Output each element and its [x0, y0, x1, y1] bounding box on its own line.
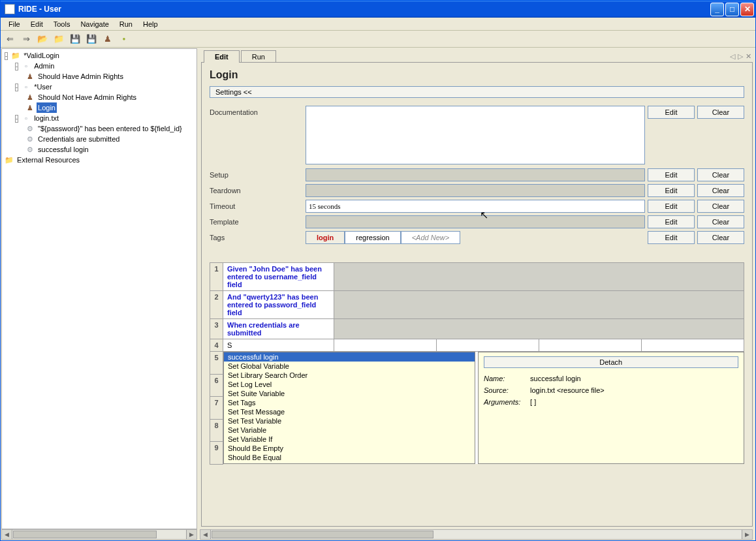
menu-edit[interactable]: Edit: [25, 19, 48, 29]
clear-button[interactable]: Clear: [697, 231, 744, 244]
tree-suite-user[interactable]: *User: [33, 82, 54, 92]
detach-button[interactable]: Detach: [484, 356, 738, 368]
clear-button[interactable]: Clear: [697, 106, 744, 119]
save-all-icon[interactable]: 💾: [85, 33, 98, 46]
autocomplete-item[interactable]: Should Be Empty: [224, 444, 475, 453]
edit-button[interactable]: Edit: [648, 168, 695, 181]
expander-icon[interactable]: -: [15, 84, 18, 91]
expander-icon[interactable]: -: [5, 52, 8, 60]
teardown-field[interactable]: [306, 184, 645, 197]
tree-keyword[interactable]: successful login: [37, 144, 90, 155]
close-button[interactable]: ✕: [740, 3, 754, 16]
tree-panel[interactable]: - 📁 *ValidLogin - ▫ Admin ♟: [1, 48, 197, 529]
autocomplete-item[interactable]: Should Be Equal: [224, 453, 475, 462]
clear-button[interactable]: Clear: [697, 184, 744, 197]
edit-button[interactable]: Edit: [648, 200, 695, 213]
tree-test[interactable]: Should Not Have Admin Rights: [37, 92, 138, 102]
minimize-button[interactable]: _: [710, 3, 724, 16]
tab-prev-icon[interactable]: ◁: [730, 52, 735, 61]
autocomplete-item[interactable]: Set Tags: [224, 398, 475, 407]
autocomplete-item[interactable]: successful login: [224, 352, 475, 362]
tree-test[interactable]: Should Have Admin Rights: [37, 71, 125, 82]
detail-source-label: Source:: [484, 386, 528, 394]
app-icon: [5, 4, 15, 14]
search-icon[interactable]: ●: [118, 33, 131, 46]
expander-icon[interactable]: -: [15, 115, 18, 123]
menu-help[interactable]: Help: [138, 19, 163, 29]
edit-button[interactable]: Edit: [648, 215, 695, 228]
menu-navigate[interactable]: Navigate: [75, 19, 114, 29]
tree-hscrollbar[interactable]: ◀ ▶: [1, 529, 197, 540]
back-icon[interactable]: ⇐: [3, 33, 16, 46]
forward-icon[interactable]: ⇒: [20, 33, 33, 46]
grid-cell-editing[interactable]: S: [223, 339, 334, 352]
tree-keyword[interactable]: "${password}" has been entered to ${fiel…: [37, 123, 183, 134]
tree-keyword[interactable]: Credentials are submitted: [37, 134, 121, 144]
scroll-left-icon[interactable]: ◀: [2, 530, 12, 539]
tag-regression[interactable]: regression: [345, 231, 400, 244]
clear-button[interactable]: Clear: [697, 215, 744, 228]
menu-run[interactable]: Run: [114, 19, 138, 29]
save-icon[interactable]: 💾: [69, 33, 82, 46]
open-folder-icon[interactable]: 📂: [36, 33, 49, 46]
tree-suite-admin[interactable]: Admin: [33, 61, 55, 71]
grid-cell[interactable]: [539, 339, 641, 352]
tree-external-resources[interactable]: External Resources: [16, 155, 81, 165]
file-icon: ▫: [22, 82, 31, 91]
clear-button[interactable]: Clear: [697, 168, 744, 181]
scroll-left-icon[interactable]: ◀: [200, 530, 211, 539]
tree-test-login[interactable]: Login: [37, 102, 57, 113]
timeout-field[interactable]: [306, 200, 645, 213]
titlebar[interactable]: RIDE - User _ □ ✕: [1, 1, 755, 18]
tab-run[interactable]: Run: [241, 50, 276, 63]
autocomplete-item[interactable]: Set Suite Variable: [224, 389, 475, 398]
autocomplete-item[interactable]: Set Variable If: [224, 435, 475, 444]
autocomplete-item[interactable]: Set Test Variable: [224, 416, 475, 425]
scroll-thumb[interactable]: [13, 531, 157, 538]
tag-add-new[interactable]: <Add New>: [401, 231, 460, 244]
autocomplete-item[interactable]: Set Log Level: [224, 380, 475, 389]
edit-button[interactable]: Edit: [648, 231, 695, 244]
settings-toggle-button[interactable]: Settings <<: [210, 86, 744, 98]
grid-hscrollbar[interactable]: ◀ ▶: [200, 529, 753, 540]
tree-root[interactable]: *ValidLogin: [22, 50, 61, 61]
grid-cell[interactable]: [436, 339, 539, 352]
row-number: 3: [210, 319, 223, 339]
tag-login[interactable]: login: [306, 231, 345, 244]
test-icon: ♟: [25, 72, 35, 81]
maximize-button[interactable]: □: [725, 3, 739, 16]
autocomplete-item[interactable]: Set Test Message: [224, 407, 475, 416]
open-dir-icon[interactable]: 📁: [52, 33, 65, 46]
scroll-thumb[interactable]: [212, 531, 433, 538]
autocomplete-list[interactable]: successful loginSet Global VariableSet L…: [223, 352, 475, 464]
steps-grid[interactable]: 1 Given "John Doe" has been entered to u…: [210, 262, 744, 465]
setup-field[interactable]: [306, 168, 645, 181]
row-number: 7: [210, 397, 223, 420]
template-field[interactable]: [306, 215, 645, 228]
expander-icon[interactable]: -: [15, 63, 18, 70]
grid-cell[interactable]: When credentials are submitted: [223, 319, 334, 339]
autocomplete-item[interactable]: Set Global Variable: [224, 362, 475, 371]
menu-tools[interactable]: Tools: [48, 19, 76, 29]
grid-cell[interactable]: Given "John Doe" has been entered to use…: [223, 263, 334, 291]
tab-edit[interactable]: Edit: [204, 50, 240, 63]
grid-cell[interactable]: And "qwerty123" has been entered to pass…: [223, 291, 334, 319]
scroll-right-icon[interactable]: ▶: [742, 530, 752, 539]
menu-file[interactable]: File: [3, 19, 25, 29]
scroll-right-icon[interactable]: ▶: [186, 530, 197, 539]
tab-next-icon[interactable]: ▷: [738, 52, 743, 61]
row-number: 8: [210, 419, 223, 442]
grid-cell[interactable]: [334, 339, 437, 352]
documentation-field[interactable]: [306, 106, 645, 164]
robot-icon[interactable]: ♟: [101, 33, 114, 46]
autocomplete-item[interactable]: Should Be Equal As Integers: [224, 462, 475, 464]
clear-button[interactable]: Clear: [697, 200, 744, 213]
edit-button[interactable]: Edit: [648, 106, 695, 119]
edit-button[interactable]: Edit: [648, 184, 695, 197]
tab-close-icon[interactable]: ✕: [746, 52, 751, 61]
autocomplete-item[interactable]: Set Library Search Order: [224, 371, 475, 380]
row-number: 9: [210, 442, 223, 465]
tree-resource-file[interactable]: login.txt: [33, 113, 60, 123]
autocomplete-item[interactable]: Set Variable: [224, 425, 475, 435]
grid-cell[interactable]: [641, 339, 744, 352]
